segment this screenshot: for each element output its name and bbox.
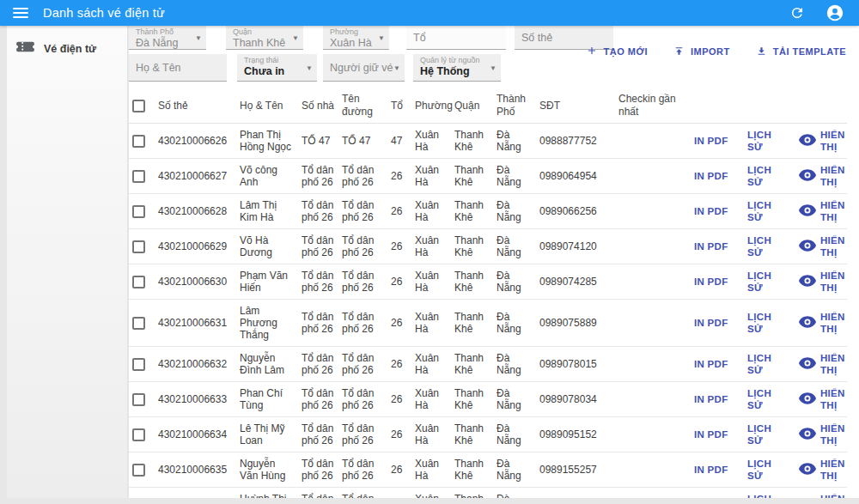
print-pdf-link[interactable]: IN PDF [694,171,728,181]
show-link[interactable]: HIỂN THỊ [799,458,844,482]
history-link[interactable]: LỊCH SỬ [747,352,778,376]
row-checkbox[interactable] [132,276,145,288]
cell-ho-ten: Phạm Văn Hiến [236,264,298,300]
ticket-icon [16,39,34,58]
row-checkbox[interactable] [132,358,145,371]
import-button[interactable]: IMPORT [673,46,730,58]
row-checkbox[interactable] [132,428,145,441]
upload-icon [673,46,685,58]
table-header-row: Số thẻ Họ & Tên Số nhà Tên đường Tổ Phườ… [129,88,847,124]
print-pdf-link[interactable]: IN PDF [694,465,728,475]
show-link[interactable]: HIỂN THỊ [799,129,844,153]
history-link[interactable]: LỊCH SỬ [747,387,778,411]
history-link[interactable]: LỊCH SỬ [747,129,778,153]
download-template-button[interactable]: TẢI TEMPLATE [756,46,846,58]
cell-phuong: Xuân Hà [411,488,451,499]
row-checkbox[interactable] [132,464,145,477]
filter-phuong-select[interactable]: Phường Xuân Hà ▼ [323,26,389,50]
row-checkbox[interactable] [132,317,145,330]
cell-ho-ten: Võ Hà Dương [236,229,298,264]
cell-sdt: 0989074120 [536,229,615,264]
cell-checkin [615,300,691,347]
show-link[interactable]: HIỂN THỊ [799,199,844,223]
show-link[interactable]: HIỂN THỊ [799,387,844,411]
cell-quan: Thanh Khê [451,417,493,452]
cell-checkin [615,229,691,264]
print-pdf-link[interactable]: IN PDF [694,429,728,440]
cell-thanh-pho: Đà Nẵng [493,452,536,488]
show-link[interactable]: HIỂN THỊ [799,234,844,258]
filter-ho-ten-input[interactable] [129,54,227,82]
cell-ho-ten: Phan Chí Tùng [236,382,298,417]
sidebar-item-ve-dien-tu[interactable]: Vé điện tử [7,26,127,71]
cell-so-nha: TỔ 47 [298,124,338,159]
cell-phuong: Xuân Hà [411,159,451,194]
table-row: 430210006626 Phan Thị Hồng Ngọc TỔ 47 TỔ… [129,124,847,159]
cell-quan: Thanh Khê [451,159,493,194]
refresh-icon[interactable] [789,5,805,21]
history-link[interactable]: LỊCH SỬ [747,422,778,446]
history-link[interactable]: LỊCH SỬ [747,199,778,223]
show-link[interactable]: HIỂN THỊ [799,164,844,188]
cell-ten-duong: Tổ dân phố 26 [338,488,387,499]
cell-thanh-pho: Đà Nẵng [493,300,536,347]
cell-so-the: 430210006629 [155,229,236,264]
history-link[interactable]: LỊCH SỬ [747,234,778,258]
history-link[interactable]: LỊCH SỬ [747,270,778,294]
cell-ten-duong: Tổ dân phố 26 [338,300,387,347]
column-header-ho-ten: Họ & Tên [236,88,298,124]
print-pdf-link[interactable]: IN PDF [694,136,728,146]
print-pdf-link[interactable]: IN PDF [694,394,728,404]
cell-ho-ten: Lâm Phương Thắng [236,300,298,347]
row-checkbox[interactable] [132,393,145,406]
cell-quan: Thanh Khê [451,488,493,499]
column-header-ten-duong: Tên đường [338,88,387,124]
filter-quan-select[interactable]: Quận Thanh Khê ▼ [226,26,303,50]
show-link[interactable]: HIỂN THỊ [799,311,844,335]
show-link[interactable]: HIỂN THỊ [799,422,844,446]
sidebar-item-label: Vé điện tử [44,43,96,55]
menu-icon[interactable] [13,8,28,18]
show-link[interactable]: HIỂN THỊ [799,270,844,294]
history-link[interactable]: LỊCH SỬ [747,311,778,335]
filter-to-input[interactable] [406,26,506,50]
history-link[interactable]: LỊCH SỬ [747,164,778,188]
cell-to: 26 [387,488,411,499]
show-link[interactable]: HIỂN THỊ [799,493,844,498]
row-checkbox[interactable] [132,205,145,218]
print-pdf-link[interactable]: IN PDF [694,359,728,369]
cell-ten-duong: Tổ dân phố 26 [338,159,387,194]
filter-thanh-pho-select[interactable]: Thành Phố Đà Nẵng ▼ [129,26,206,50]
cell-so-the: 430210006633 [155,382,236,417]
account-icon[interactable] [825,3,844,22]
row-checkbox[interactable] [132,135,145,148]
row-checkbox[interactable] [132,170,145,183]
cell-so-the: 430210006635 [155,452,236,488]
cell-thanh-pho: Đà Nẵng [493,159,536,194]
cell-ho-ten: Phan Thị Hồng Ngọc [236,124,298,159]
history-link[interactable]: LỊCH SỬ [747,458,778,482]
table-row: 430210006631 Lâm Phương Thắng Tổ dân phố… [129,300,847,347]
eye-icon [799,357,816,372]
filter-nguoi-giu-ve-select[interactable]: Người giữ vé ▼ [323,54,405,82]
eye-icon [799,275,816,289]
show-link[interactable]: HIỂN THỊ [799,352,844,376]
print-pdf-link[interactable]: IN PDF [694,318,728,328]
row-checkbox[interactable] [132,240,145,253]
cell-so-the: 430210006628 [155,194,236,229]
filter-nguon-select[interactable]: Quản lý từ nguồn Hệ Thống ▼ [413,54,501,82]
create-button[interactable]: TẠO MỚI [586,45,648,58]
filter-trang-thai-select[interactable]: Trạng thái Chưa in ▼ [237,54,317,82]
print-pdf-link[interactable]: IN PDF [694,241,728,252]
eye-icon [799,428,816,442]
history-link[interactable]: LỊCH SỬ [747,493,778,498]
cell-so-nha: Tổ dân phố 26 [298,229,338,264]
eye-icon [799,204,816,219]
cell-to: 26 [387,194,411,229]
cell-so-nha: Tổ dân phố 26 [298,264,338,300]
print-pdf-link[interactable]: IN PDF [694,276,728,287]
select-all-checkbox[interactable] [132,100,145,112]
cell-thanh-pho: Đà Nẵng [493,382,536,417]
cell-checkin [615,159,691,194]
print-pdf-link[interactable]: IN PDF [694,206,728,216]
